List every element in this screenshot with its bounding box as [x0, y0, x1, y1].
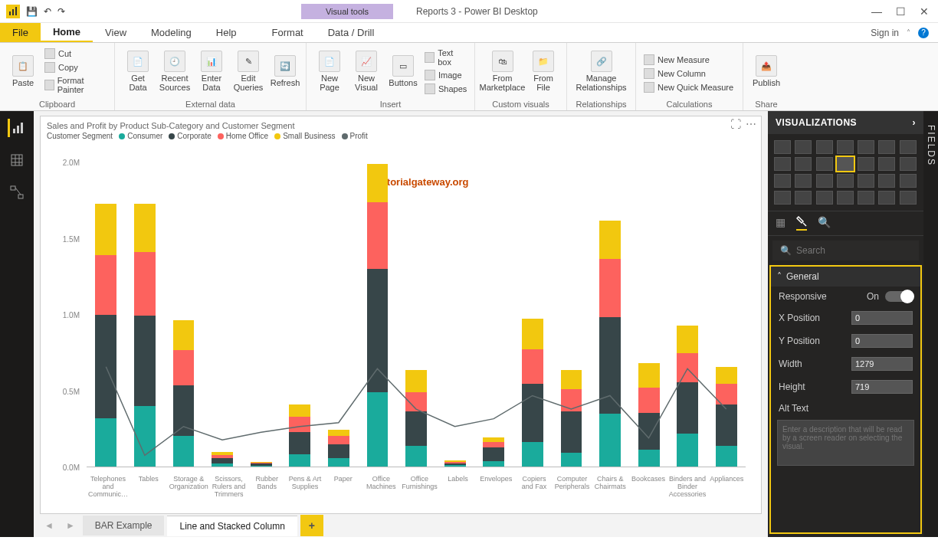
viz-type-8[interactable]	[795, 157, 812, 171]
bar-column[interactable]	[707, 162, 746, 467]
xpos-input[interactable]	[851, 311, 913, 325]
new-visual-button[interactable]: 📈New Visual	[348, 49, 385, 93]
shapes-button[interactable]: Shapes	[421, 83, 470, 95]
viz-type-11[interactable]	[858, 157, 874, 171]
format-search[interactable]: 🔍	[772, 241, 919, 260]
bar-column[interactable]	[358, 162, 397, 467]
analytics-tab-icon[interactable]: 🔍	[818, 216, 831, 231]
format-tab-icon[interactable]	[796, 216, 807, 231]
responsive-toggle[interactable]	[885, 291, 913, 302]
viz-type-20[interactable]	[900, 174, 917, 188]
new-page-button[interactable]: 📄New Page	[311, 49, 348, 93]
from-file-button[interactable]: 📁From File	[525, 49, 562, 93]
add-page-button[interactable]: +	[300, 515, 323, 536]
page-tab-bar-example[interactable]: BAR Example	[83, 516, 165, 535]
get-data-button[interactable]: 📄Get Data	[120, 49, 156, 93]
more-options-icon[interactable]: ⋯	[746, 118, 756, 130]
viz-type-3[interactable]	[837, 140, 854, 154]
tab-format[interactable]: Format	[260, 23, 316, 42]
page-tab-line-stacked[interactable]: Line and Stacked Column	[167, 516, 297, 536]
bar-column[interactable]	[474, 162, 513, 467]
bar-column[interactable]	[164, 162, 203, 467]
search-input[interactable]	[796, 245, 911, 256]
width-input[interactable]	[851, 357, 913, 371]
viz-type-14[interactable]	[774, 174, 791, 188]
help-icon[interactable]: ?	[918, 28, 929, 38]
recent-sources-button[interactable]: 🕘Recent Sources	[156, 49, 193, 93]
viz-type-2[interactable]	[816, 140, 833, 154]
viz-type-16[interactable]	[816, 174, 833, 188]
viz-type-10[interactable]	[837, 157, 854, 171]
viz-type-7[interactable]	[774, 157, 791, 171]
fields-tab-icon[interactable]: ▦	[776, 216, 785, 231]
ypos-input[interactable]	[851, 334, 913, 348]
from-marketplace-button[interactable]: 🛍From Marketplace	[480, 49, 525, 93]
format-painter-button[interactable]: Format Painter	[41, 75, 110, 95]
viz-type-9[interactable]	[816, 157, 833, 171]
enter-data-button[interactable]: 📊Enter Data	[193, 49, 230, 93]
viz-type-27[interactable]	[900, 191, 917, 205]
textbox-button[interactable]: Text box	[421, 47, 470, 67]
bar-column[interactable]	[241, 162, 280, 467]
model-view-icon[interactable]	[8, 183, 26, 201]
undo-icon[interactable]: ↶	[44, 6, 51, 17]
viz-type-5[interactable]	[878, 140, 895, 154]
page-prev-icon[interactable]: ◄	[40, 520, 58, 531]
viz-type-24[interactable]	[837, 191, 854, 205]
bar-column[interactable]	[280, 162, 320, 467]
fields-panel-collapsed[interactable]: FIELDS	[923, 111, 938, 537]
new-quick-measure-button[interactable]: New Quick Measure	[641, 81, 736, 93]
bar-column[interactable]	[435, 162, 474, 467]
tab-data-drill[interactable]: Data / Drill	[316, 23, 387, 42]
report-view-icon[interactable]	[8, 119, 26, 137]
save-icon[interactable]: 💾	[26, 6, 38, 17]
chart-visual[interactable]: ⛶⋯ Sales and Profit by Product Sub-Categ…	[40, 116, 762, 514]
viz-type-0[interactable]	[774, 140, 791, 154]
viz-type-22[interactable]	[795, 191, 812, 205]
viz-type-17[interactable]	[837, 174, 854, 188]
visualizations-header[interactable]: VISUALIZATIONS›	[768, 111, 923, 134]
viz-type-23[interactable]	[816, 191, 833, 205]
viz-type-25[interactable]	[858, 191, 874, 205]
chevron-up-icon[interactable]: ˄	[907, 28, 910, 37]
refresh-button[interactable]: 🔄Refresh	[267, 54, 303, 89]
tab-file[interactable]: File	[0, 23, 41, 42]
general-section-header[interactable]: ˄General	[771, 267, 920, 287]
tab-home[interactable]: Home	[41, 23, 93, 42]
close-icon[interactable]: ✕	[920, 5, 929, 18]
bar-column[interactable]	[87, 162, 126, 467]
edit-queries-button[interactable]: ✎Edit Queries	[230, 49, 267, 93]
focus-mode-icon[interactable]: ⛶	[730, 118, 741, 130]
bar-column[interactable]	[126, 162, 165, 467]
tab-view[interactable]: View	[93, 23, 139, 42]
page-next-icon[interactable]: ►	[61, 520, 80, 531]
viz-type-6[interactable]	[900, 140, 917, 154]
redo-icon[interactable]: ↷	[57, 6, 65, 17]
new-measure-button[interactable]: New Measure	[641, 54, 736, 66]
viz-type-12[interactable]	[878, 157, 895, 171]
bar-column[interactable]	[397, 162, 436, 467]
viz-type-18[interactable]	[858, 174, 874, 188]
publish-button[interactable]: 📤Publish	[748, 54, 785, 89]
viz-type-13[interactable]	[900, 157, 917, 171]
bar-column[interactable]	[591, 162, 630, 467]
tab-help[interactable]: Help	[204, 23, 249, 42]
viz-type-21[interactable]	[774, 191, 791, 205]
cut-button[interactable]: Cut	[41, 47, 110, 60]
bar-column[interactable]	[203, 162, 242, 467]
bar-column[interactable]	[629, 162, 668, 467]
viz-type-4[interactable]	[858, 140, 874, 154]
data-view-icon[interactable]	[8, 151, 26, 169]
manage-relationships-button[interactable]: 🔗Manage Relationships	[572, 49, 631, 93]
sign-in-link[interactable]: Sign in	[871, 28, 899, 38]
height-input[interactable]	[851, 380, 913, 394]
bar-column[interactable]	[552, 162, 591, 467]
new-column-button[interactable]: New Column	[641, 67, 736, 80]
paste-button[interactable]: 📋Paste	[5, 54, 41, 89]
buttons-button[interactable]: ▭Buttons	[385, 54, 421, 89]
copy-button[interactable]: Copy	[41, 61, 110, 74]
viz-type-15[interactable]	[795, 174, 812, 188]
bar-column[interactable]	[320, 162, 359, 467]
minimize-icon[interactable]: —	[871, 5, 882, 18]
image-button[interactable]: Image	[421, 69, 470, 81]
